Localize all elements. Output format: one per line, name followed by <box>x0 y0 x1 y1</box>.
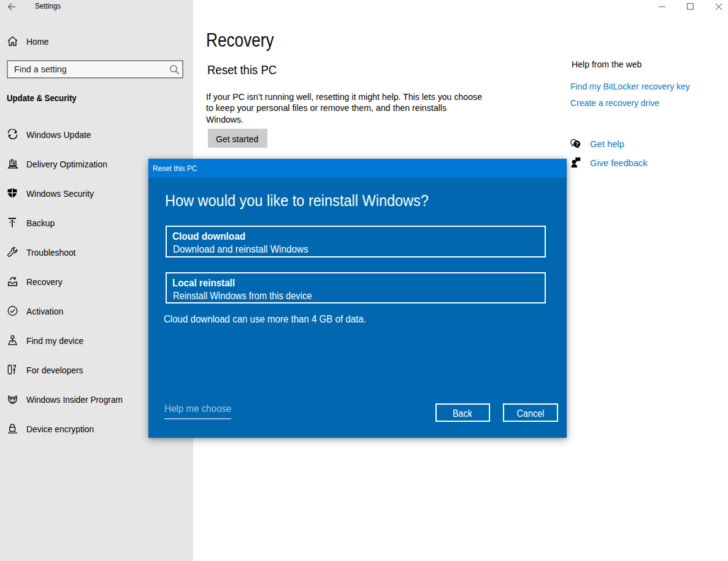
svg-text:?: ? <box>575 141 579 147</box>
